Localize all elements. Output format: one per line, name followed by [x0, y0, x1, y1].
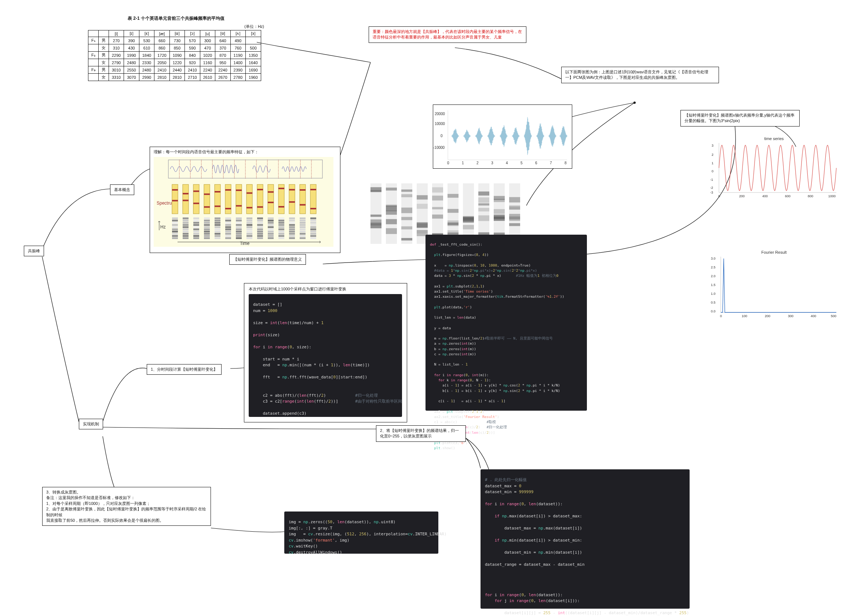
svg-rect-40	[257, 185, 263, 214]
svg-rect-91	[204, 224, 210, 226]
svg-rect-96	[204, 235, 210, 237]
svg-rect-477	[478, 191, 489, 195]
svg-rect-27	[204, 206, 210, 207]
svg-rect-493	[509, 216, 520, 221]
svg-rect-154	[268, 231, 274, 233]
svg-rect-478	[478, 203, 489, 205]
svg-rect-118	[236, 218, 242, 219]
svg-rect-464	[448, 220, 459, 226]
svg-text:0: 0	[447, 161, 450, 165]
svg-rect-463	[448, 209, 459, 213]
svg-text:0.0: 0.0	[711, 310, 716, 313]
svg-rect-439	[401, 207, 412, 213]
svg-rect-42	[257, 206, 263, 208]
svg-rect-101	[215, 224, 221, 226]
svg-rect-57	[310, 208, 316, 209]
svg-rect-143	[257, 228, 263, 230]
svg-rect-131	[247, 224, 253, 226]
svg-rect-169	[289, 219, 295, 221]
svg-text:8: 8	[565, 161, 567, 165]
svg-rect-450	[417, 195, 428, 200]
svg-rect-16	[172, 185, 178, 214]
svg-point-0	[633, 102, 636, 104]
svg-rect-147	[257, 237, 263, 239]
svg-rect-185	[300, 233, 305, 235]
svg-text:1.5: 1.5	[711, 283, 716, 287]
svg-rect-178	[300, 218, 305, 219]
svg-text:300: 300	[788, 314, 794, 318]
svg-rect-162	[278, 226, 284, 228]
svg-rect-126	[236, 235, 242, 237]
svg-rect-24	[193, 203, 199, 204]
svg-rect-187	[300, 237, 305, 239]
svg-rect-427	[370, 215, 382, 217]
step1-codewrap: 本次代码以时域上1000个采样点为窗口进行傅里叶变换 dataset = [] …	[244, 283, 407, 422]
svg-rect-55	[310, 185, 316, 214]
svg-rect-103	[215, 228, 221, 230]
svg-rect-38	[247, 192, 253, 194]
svg-rect-21	[183, 200, 188, 201]
svg-rect-41	[257, 189, 263, 190]
svg-rect-151	[268, 224, 274, 226]
svg-rect-39	[247, 207, 253, 208]
svg-rect-52	[300, 185, 305, 214]
svg-rect-479	[478, 215, 489, 221]
svg-rect-432	[386, 228, 397, 234]
svg-rect-62	[172, 226, 178, 228]
svg-rect-182	[300, 226, 305, 228]
code-plot-sin: def _test_fft_code_sin(): plt.figure(fig…	[426, 235, 587, 411]
svg-rect-60	[172, 222, 178, 224]
step1-desc: 本次代码以时域上1000个采样点为窗口进行傅里叶变换	[249, 286, 402, 292]
svg-rect-33	[225, 208, 231, 209]
svg-rect-77	[183, 237, 188, 239]
fourier-plot: Fourier Result 3.02.52.01.51.00.50.0 010…	[708, 249, 840, 323]
svg-rect-117	[225, 237, 231, 239]
svg-rect-92	[204, 226, 210, 228]
svg-rect-18	[172, 200, 178, 201]
svg-text:600: 600	[785, 194, 791, 198]
svg-rect-140	[257, 222, 263, 224]
svg-rect-164	[278, 231, 284, 233]
svg-rect-98	[215, 218, 221, 219]
svg-rect-470	[463, 218, 474, 221]
svg-rect-166	[278, 235, 284, 237]
svg-rect-125	[236, 233, 242, 235]
svg-rect-93	[204, 228, 210, 230]
svg-rect-76	[183, 235, 188, 237]
svg-text:0: 0	[712, 170, 713, 173]
svg-text:1: 1	[712, 161, 713, 165]
node-stft: 【短时傅里叶变化】频谱图x轴代表频率分量,y轴代表这个频率分量的幅值。下图为3*…	[680, 110, 800, 126]
node-phys: 【短时傅里叶变化】频谱图的物理意义	[229, 254, 306, 265]
svg-rect-111	[225, 224, 231, 226]
label-time: Time	[240, 241, 250, 246]
svg-rect-120	[236, 222, 242, 224]
svg-rect-430	[370, 190, 382, 192]
svg-rect-32	[225, 189, 231, 191]
svg-rect-84	[193, 231, 199, 233]
svg-rect-110	[225, 222, 231, 224]
svg-rect-127	[236, 237, 242, 239]
svg-rect-484	[494, 199, 505, 202]
concept-svg: Spectrum Hz Time	[154, 157, 334, 247]
svg-text:Fourier Result: Fourier Result	[761, 250, 786, 254]
svg-rect-104	[215, 231, 221, 233]
svg-rect-106	[215, 235, 221, 237]
svg-rect-156	[268, 235, 274, 237]
node-step3: 3、转换成灰度图。 备注：这里我的操作不知道是否标准，修改如下： 1、对每个采样…	[42, 487, 211, 526]
svg-rect-124	[236, 231, 242, 233]
svg-text:20000: 20000	[435, 112, 445, 116]
svg-rect-457	[432, 215, 443, 219]
svg-rect-97	[204, 237, 210, 239]
svg-rect-54	[300, 204, 305, 206]
svg-rect-89	[204, 219, 210, 221]
svg-rect-94	[204, 231, 210, 233]
svg-rect-157	[268, 237, 274, 239]
svg-rect-61	[172, 224, 178, 226]
svg-rect-196	[310, 235, 316, 237]
svg-text:0: 0	[718, 194, 720, 198]
svg-rect-168	[289, 218, 295, 219]
svg-rect-471	[463, 225, 474, 230]
svg-rect-146	[257, 235, 263, 237]
svg-text:200: 200	[765, 314, 770, 318]
svg-rect-113	[225, 228, 231, 230]
